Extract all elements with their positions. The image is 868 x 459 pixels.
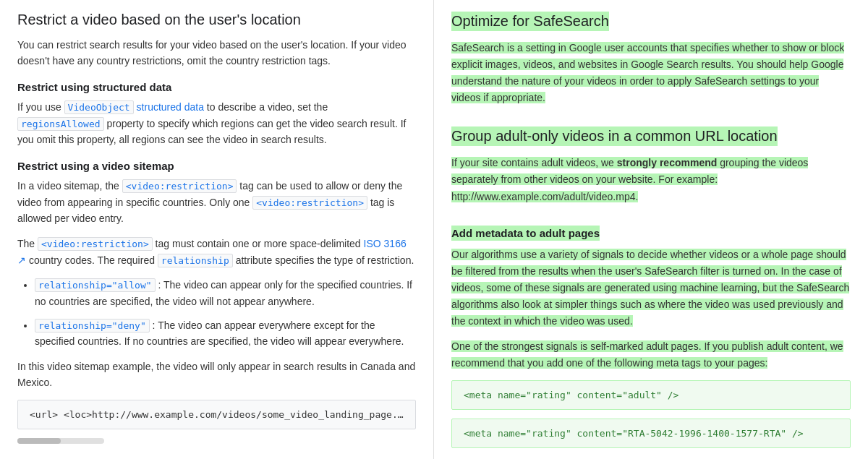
right-section1-title: Optimize for SafeSearch	[451, 12, 609, 31]
scrollbar-thumb	[17, 438, 61, 444]
regions-allowed-code: regionsAllowed	[17, 117, 104, 131]
code-scrollbar[interactable]	[17, 438, 104, 444]
left-section-title: Restrict a video based on the user's loc…	[17, 12, 416, 28]
section2-text-highlight: If your site contains adult videos, we s…	[451, 157, 808, 202]
left-feedback-row: Send feedback	[17, 452, 416, 460]
sitemap-intro-text: In a video sitemap, the <video:restricti…	[17, 178, 416, 227]
left-intro: You can restrict search results for your…	[17, 37, 416, 69]
right-section2-title: Group adult-only videos in a common URL …	[451, 126, 778, 146]
restriction-tag-code2: <video:restriction>	[252, 196, 367, 210]
restriction-tag-code3: <video:restriction>	[38, 237, 153, 251]
section1-text: SafeSearch is a setting in Google user a…	[451, 40, 851, 106]
strongly-recommend-text: strongly recommend	[617, 157, 717, 168]
section3-text2: One of the strongest signals is self-mar…	[451, 338, 851, 372]
section1-title-text: Optimize for SafeSearch	[451, 13, 609, 29]
section3-title-text: Add metadata to adult pages	[451, 227, 600, 239]
right-panel: Optimize for SafeSearch SafeSearch is a …	[434, 0, 868, 459]
sitemap-code-block: <url> <loc>http://www.example.com/videos…	[17, 400, 416, 429]
relationship-code: relationship	[158, 254, 233, 267]
meta-tag-code-block-1: <meta name="rating" content="adult" />	[451, 380, 851, 410]
structured-heading: Restrict using structured data	[17, 81, 416, 93]
section1-highlight-text: SafeSearch is a setting in Google user a…	[451, 42, 844, 103]
right-section3-title: Add metadata to adult pages	[451, 226, 600, 241]
section2-text: If your site contains adult videos, we s…	[451, 155, 851, 205]
section3-text-highlight: Our algorithms use a variety of signals …	[451, 249, 849, 327]
restriction-types-list: relationship="allow" : The video can app…	[17, 277, 416, 349]
section3-text2-highlight: One of the strongest signals is self-mar…	[451, 340, 843, 369]
allow-code: relationship="allow"	[35, 278, 156, 292]
restriction-tag-code: <video:restriction>	[122, 179, 237, 193]
section2-title-text: Group adult-only videos in a common URL …	[451, 128, 778, 144]
videobject-code: VideoObject	[64, 100, 134, 114]
tag-description-text: The <video:restriction> tag must contain…	[17, 236, 416, 269]
allow-item: relationship="allow" : The video can app…	[35, 277, 416, 309]
section3-text: Our algorithms use a variety of signals …	[451, 246, 851, 330]
deny-code: relationship="deny"	[35, 319, 150, 333]
structured-data-link[interactable]: structured data	[137, 101, 204, 113]
meta-tag-code-block-2: <meta name="rating" content="RTA-5042-19…	[451, 419, 851, 448]
deny-item: relationship="deny" : The video can appe…	[35, 317, 416, 350]
example-text: In this video sitemap example, the video…	[17, 359, 416, 391]
sitemap-heading: Restrict using a video sitemap	[17, 160, 416, 172]
external-link-icon: ↗	[17, 254, 26, 266]
structured-data-text: If you use VideoObject structured data t…	[17, 99, 416, 148]
left-panel: Restrict a video based on the user's loc…	[0, 0, 434, 459]
